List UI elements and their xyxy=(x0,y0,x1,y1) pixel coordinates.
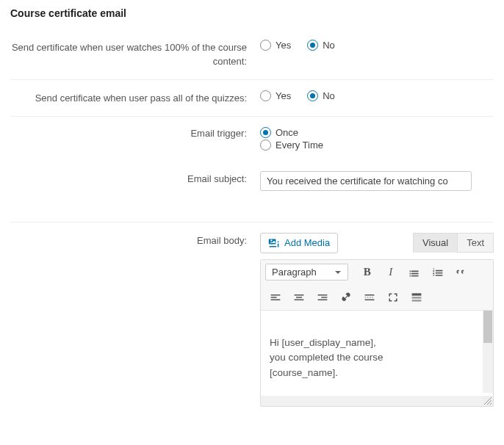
tab-visual[interactable]: Visual xyxy=(413,233,458,253)
body-line: Hi [user_display_name], xyxy=(270,336,474,351)
horizontal-scrollbar[interactable] xyxy=(261,396,483,406)
field-email-trigger: Email trigger: Once Every Time xyxy=(10,116,494,161)
email-subject-input[interactable] xyxy=(260,171,472,191)
link-button[interactable] xyxy=(336,288,356,307)
radio-label: Every Time xyxy=(276,140,323,151)
field-label: Send certificate when user watches 100% … xyxy=(10,40,260,69)
field-label: Send certificate when user pass all of t… xyxy=(10,90,260,106)
svg-text:3: 3 xyxy=(433,272,435,276)
svg-rect-4 xyxy=(412,297,422,298)
numbered-list-button[interactable]: 123 xyxy=(428,263,448,282)
add-media-button[interactable]: Add Media xyxy=(260,233,338,253)
section-title: Course certificate email xyxy=(10,7,494,19)
radio-icon xyxy=(260,140,271,151)
field-pass-quizzes: Send certificate when user pass all of t… xyxy=(10,79,494,116)
radio-label: Yes xyxy=(276,90,291,101)
insert-more-button[interactable] xyxy=(359,288,380,307)
blockquote-button[interactable] xyxy=(451,263,472,282)
pass-quizzes-no[interactable]: No xyxy=(307,90,335,101)
body-line: [course_name]. xyxy=(270,366,474,381)
bullet-list-button[interactable] xyxy=(404,263,425,282)
tab-text[interactable]: Text xyxy=(457,233,494,253)
radio-icon xyxy=(260,127,271,138)
rich-text-editor: Paragraph B I 123 xyxy=(260,259,494,407)
italic-button[interactable]: I xyxy=(381,263,401,282)
resize-handle[interactable] xyxy=(483,396,493,406)
radio-label: No xyxy=(323,90,335,101)
media-icon xyxy=(268,237,280,249)
editor-toolbar: Paragraph B I 123 xyxy=(261,260,493,311)
radio-label: No xyxy=(323,40,335,51)
body-line: you completed the course xyxy=(270,350,474,366)
format-select[interactable]: Paragraph xyxy=(265,264,348,281)
field-watch-100: Send certificate when user watches 100% … xyxy=(10,29,494,79)
add-media-label: Add Media xyxy=(284,237,330,248)
fullscreen-button[interactable] xyxy=(383,288,403,307)
pass-quizzes-yes[interactable]: Yes xyxy=(260,90,291,101)
field-email-body: Email body: Add Media Visual Text Paragr… xyxy=(10,222,494,407)
radio-icon xyxy=(260,40,271,51)
radio-icon xyxy=(307,40,318,51)
field-label: Email body: xyxy=(10,233,260,248)
chevron-down-icon xyxy=(334,269,342,276)
toolbar-toggle-button[interactable] xyxy=(406,288,427,307)
align-left-button[interactable] xyxy=(265,288,286,307)
format-selected: Paragraph xyxy=(272,267,317,278)
svg-rect-5 xyxy=(412,300,422,301)
trigger-every-time[interactable]: Every Time xyxy=(260,140,323,151)
radio-label: Once xyxy=(276,127,298,138)
field-label: Email trigger: xyxy=(10,127,260,141)
radio-icon xyxy=(260,90,271,101)
bold-button[interactable]: B xyxy=(357,263,378,282)
field-label: Email subject: xyxy=(10,171,260,187)
trigger-once[interactable]: Once xyxy=(260,127,298,138)
radio-label: Yes xyxy=(276,40,291,51)
editor-tabs: Visual Text xyxy=(413,233,494,253)
svg-rect-3 xyxy=(412,293,422,295)
radio-icon xyxy=(307,90,318,101)
field-email-subject: Email subject: xyxy=(10,161,494,201)
vertical-scrollbar[interactable] xyxy=(483,311,493,393)
align-right-button[interactable] xyxy=(312,288,333,307)
watch100-yes[interactable]: Yes xyxy=(260,40,291,51)
watch100-no[interactable]: No xyxy=(307,40,335,51)
editor-body[interactable]: Hi [user_display_name], you completed th… xyxy=(261,311,483,406)
align-center-button[interactable] xyxy=(289,288,309,307)
